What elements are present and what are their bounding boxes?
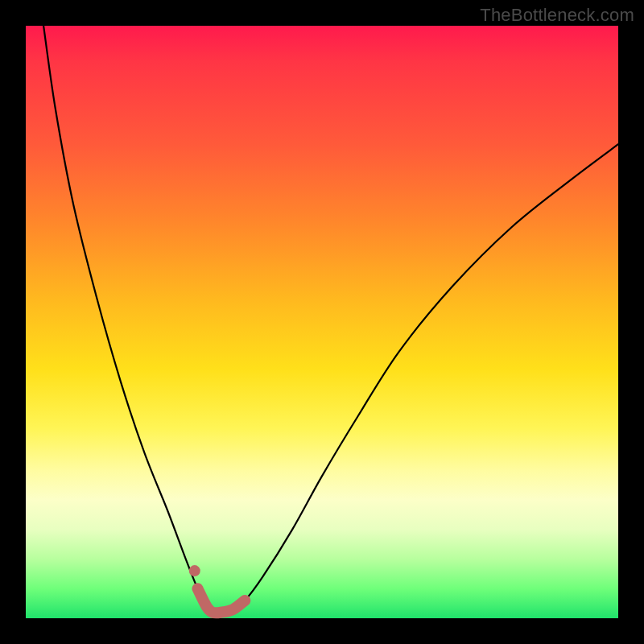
near-minimum-band [197, 588, 245, 613]
chart-frame: TheBottleneck.com [0, 0, 644, 644]
bottleneck-curve [43, 26, 618, 613]
left-dot-marker [189, 565, 200, 576]
watermark-text: TheBottleneck.com [480, 5, 634, 26]
plot-area [26, 26, 618, 618]
chart-svg [26, 26, 618, 618]
